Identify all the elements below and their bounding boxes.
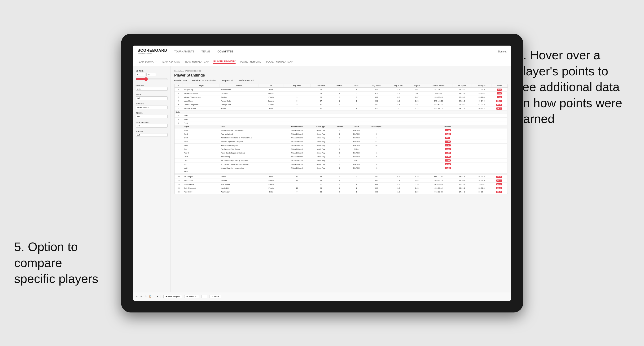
tooltip-row: Jacob Tiger Invitational NCAA Division I… (174, 132, 508, 136)
view-original-button[interactable]: 👁 View: Original (164, 295, 182, 298)
th-adj-score: Adj. Score (365, 84, 388, 88)
division-select[interactable]: NCAA Division I (136, 106, 168, 109)
table-row: 6 Jackson Kolson Auburn First 2 27 1 1 8… (174, 107, 508, 110)
tooltip-row: Luke I SEC Match Play hosted by Jerry Pa… (174, 159, 508, 162)
conference-select[interactable]: (All) (136, 124, 168, 128)
toolbar-copy[interactable]: 📋 (149, 295, 152, 298)
sign-out-link[interactable]: Sign out (498, 50, 506, 53)
gender-select[interactable]: Men (136, 87, 168, 91)
th-avg-sg: Avg SG (409, 84, 425, 88)
th-overall-record: Overall Record (425, 84, 452, 88)
share-button[interactable]: ⇧ Share (210, 295, 221, 298)
table-row: 25 Cole Sherwood Vanderbilt Fourth 12 23… (174, 186, 508, 190)
table-row: 4 Luke Claton Florida State Second 5 27 … (174, 99, 508, 103)
tooltip-row: Jacob UNCW Seahawk Intercollegiate NCAA … (174, 128, 508, 132)
sidebar-no-rds: No Rds. (136, 70, 168, 81)
filter-conference-value: All (251, 79, 254, 82)
nav-links: TOURNAMENTS TEAMS COMMITTEE (174, 50, 498, 53)
no-rds-to-input[interactable] (146, 73, 156, 76)
filter-division-value: NCAA Division I (202, 79, 217, 82)
tooltip-row: Alex C Fallen Oak Collegiate Invitationa… (174, 151, 508, 155)
table-row: 22 Ian Gilligan Florida Third 10 24 1 0 … (174, 175, 508, 178)
main-content: No Rds. Gender Men (133, 66, 511, 292)
sidebar-year: Year (All) (136, 94, 168, 100)
tooltip-row: Yachi (174, 170, 508, 173)
filter-conference-label: Conference: (238, 79, 250, 82)
th-vs-top50: Vs Top 50 (472, 84, 492, 88)
table-row: 8 Mats (174, 117, 508, 121)
th-num: # (174, 84, 183, 88)
share-icon: ⇧ (212, 296, 213, 298)
th-player: Player (182, 84, 220, 88)
subnav-team-h2h-grid[interactable]: TEAM H2H GRID (162, 60, 180, 63)
watch-label: Watch (189, 296, 194, 298)
tooltip-row: Mutti Mirabel Maui Jim Intercollegiate N… (174, 166, 508, 170)
subnav-player-h2h-grid[interactable]: PLAYER H2H GRID (240, 60, 261, 63)
filter-conference: Conference: All (238, 79, 254, 82)
tooltip-row: David Williams Cup NCAA Division I Strok… (174, 155, 508, 159)
tooltip-row: Jake I The Cypress Point Classic NCAA Di… (174, 147, 508, 151)
outer-container: 4. Hover over a player's points to see a… (0, 0, 644, 346)
filter-region: Region: All (222, 79, 233, 82)
toolbar-back[interactable]: ← (136, 295, 138, 298)
filter-gender-value: Men (183, 79, 188, 82)
update-time: Update time: 27/03/2024 16:56:26 (174, 70, 508, 72)
no-rds-slider[interactable] (136, 77, 168, 81)
sidebar: No Rds. Gender Men (133, 66, 171, 292)
table-row: 5 Christo Lamprecht Georgia Tech Fourth … (174, 103, 508, 107)
table-container: # Player School Yr Reg Rank Conf Rank No… (174, 84, 508, 194)
filter-division-label: Division: (192, 79, 201, 82)
watch-icon: 👁 (186, 296, 188, 298)
toolbar-sep2: | (160, 295, 161, 298)
subnav-player-h2h-heatmap[interactable]: PLAYER H2H HEATMAP (266, 60, 292, 63)
content-area: Update time: 27/03/2024 16:56:26 Player … (171, 66, 511, 292)
division-label: Division (136, 103, 168, 105)
filter-gender-label: Gender: (174, 79, 182, 82)
annotation-top-right: 4. Hover over a player's points to see a… (516, 47, 630, 127)
conference-label: Conference (136, 121, 168, 123)
filter-region-value: All (231, 79, 233, 82)
toolbar-forward[interactable]: → (140, 295, 142, 298)
subnav-team-summary[interactable]: TEAM SUMMARY (138, 60, 157, 63)
subnav-player-summary[interactable]: PLAYER SUMMARY (213, 60, 236, 64)
nav-right: Sign out (498, 50, 506, 53)
region-select[interactable]: N/A (136, 115, 168, 118)
nav-committee[interactable]: COMMITTEE (218, 50, 233, 53)
sidebar-division: Division NCAA Division I (136, 103, 168, 109)
tablet-screen: SCOREBOARD Powered by clippi TOURNAMENTS… (133, 46, 511, 301)
standings-table: # Player School Yr Reg Rank Conf Rank No… (174, 84, 508, 194)
no-rds-from-input[interactable] (136, 73, 145, 76)
table-row: 7 Mats (174, 114, 508, 117)
navbar: SCOREBOARD Powered by clippi TOURNAMENTS… (133, 46, 511, 58)
filter-division: Division: NCAA Division I (192, 79, 217, 82)
tooltip-row: Brent Wake Forest Invitational at Pinehu… (174, 136, 508, 140)
share-label: Share (214, 296, 219, 298)
toolbar-sep1: | (154, 295, 154, 298)
slider-container (136, 77, 168, 81)
nav-teams[interactable]: TEAMS (202, 50, 210, 53)
th-reg-rank: Reg Rank (284, 84, 310, 88)
logo-text: SCOREBOARD (138, 48, 168, 53)
year-select[interactable]: (All) (136, 96, 168, 100)
view-original-label: View: Original (168, 296, 180, 298)
subnav-team-h2h-heatmap[interactable]: TEAM H2H HEATMAP (185, 60, 208, 63)
annotation-bottom-left: 5. Option to compare specific players (14, 239, 104, 287)
year-label: Year (136, 94, 168, 96)
watch-button[interactable]: 👁 Watch ▼ (184, 295, 199, 298)
section-title: Player Standings (174, 73, 508, 77)
table-row: 3 Michael Thorbjornsen Stanford Fourth 1… (174, 95, 508, 99)
toolbar-refresh[interactable]: ↻ (145, 295, 147, 298)
th-yr: Yr (258, 84, 284, 88)
tooltip-row: Mitch Southern Highlands Collegiate NCAA… (174, 140, 508, 143)
table-row: 24 Bastien Amat New Mexico Fourth 1 27 2… (174, 182, 508, 186)
nav-tournaments[interactable]: TOURNAMENTS (174, 50, 194, 53)
player-select[interactable]: (All) (136, 133, 168, 137)
logo-area: SCOREBOARD Powered by clippi (138, 48, 168, 55)
tablet-frame: SCOREBOARD Powered by clippi TOURNAMENTS… (121, 34, 523, 313)
player-label: Player (136, 130, 168, 133)
table-row: 9 Prest (174, 121, 508, 125)
download-button[interactable]: ⇣ (201, 295, 207, 298)
table-row: 23 Jack Lundin Missouri Fourth 11 24 0 0… (174, 178, 508, 182)
th-vs-top25: Vs Top 25 (452, 84, 472, 88)
logo-sub: Powered by clippi (138, 53, 168, 55)
